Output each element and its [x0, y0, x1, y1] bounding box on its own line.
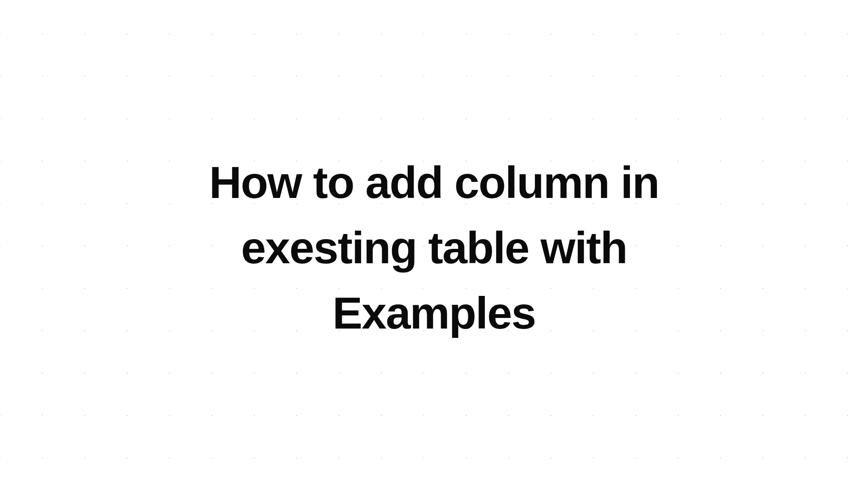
page-title: How to add column in exesting table with… — [201, 150, 667, 346]
